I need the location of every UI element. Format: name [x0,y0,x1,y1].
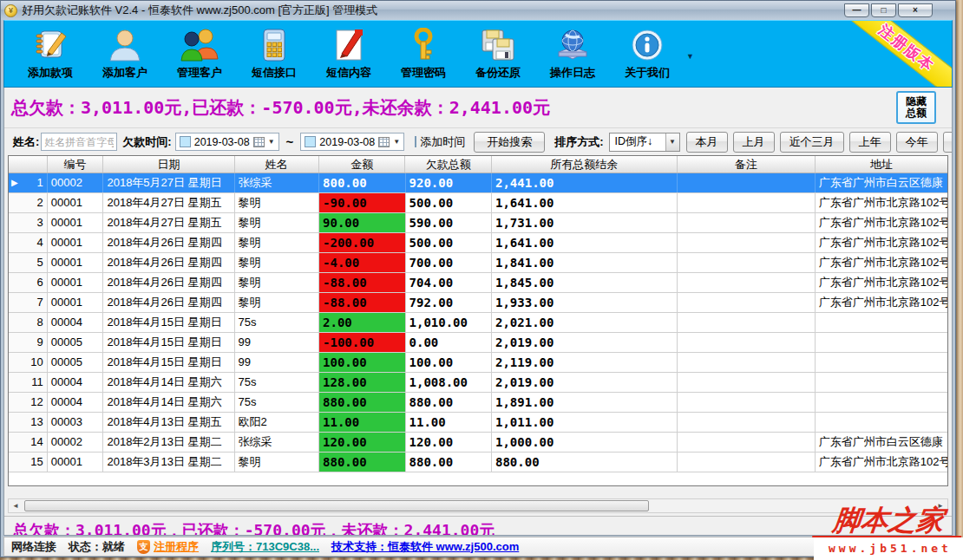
table-row[interactable]: 3000012018年4月27日 星期五黎明90.00590.001,731.0… [9,213,947,233]
header-address[interactable]: 地址 [816,156,947,173]
header-debt-total[interactable]: 欠款总额 [405,156,491,173]
add-payment-button[interactable]: 添加款项 [13,26,88,81]
table-row[interactable]: 4000012018年4月26日 星期四黎明-200.00500.001,641… [9,233,947,253]
chevron-down-icon[interactable]: ▼ [393,138,400,146]
cell-row-number: 9 [9,333,48,352]
horizontal-scrollbar[interactable]: ◄ ► [8,498,948,513]
cell-amount: -4.00 [319,253,405,272]
this-month-button[interactable]: 本月 [686,132,728,153]
header-date[interactable]: 日期 [103,156,234,173]
sort-order-select[interactable]: ID倒序↓ ▼ [609,133,680,152]
cell-debt-total: 704.00 [406,273,492,292]
date-from-picker[interactable]: 2019-03-08 ▼ [175,133,279,151]
bottom-summary-text: 总欠款：3,011.00元，已还款：-570.00元，未还款：2,441.00元 [13,520,943,536]
table-row[interactable]: ▶1000022018年5月27日 星期日张综采800.00920.002,44… [9,173,947,193]
header-name[interactable]: 姓名 [235,156,319,173]
cell-id: 00001 [48,193,104,212]
header-note[interactable]: 备注 [678,156,816,173]
table-row[interactable]: 14000022018年2月13日 星期二张综采120.00120.001,00… [9,433,947,453]
minimize-button[interactable]: — [844,3,869,17]
cell-id: 00005 [48,353,104,372]
table-row[interactable]: 2000012018年4月27日 星期五黎明-90.00500.001,641.… [9,193,947,213]
cell-date: 2018年5月27日 星期日 [103,173,234,192]
cell-name: 张综采 [235,433,319,452]
cell-amount: 800.00 [319,173,405,192]
cell-date: 2018年4月14日 星期六 [103,373,234,392]
cell-balance: 2,019.00 [492,373,678,392]
cell-balance: 2,021.00 [492,313,678,332]
cell-note [678,213,816,232]
last-month-button[interactable]: 上月 [733,132,775,153]
cell-date: 2018年4月14日 星期六 [103,393,234,412]
cell-id: 00003 [48,413,104,432]
manage-password-button[interactable]: 管理密码 [386,26,461,81]
client-area: 总欠款：3,011.00元,已还款：-570.00元,未还余款：2,441.00… [3,88,953,536]
toolbar-more-caret-icon[interactable]: ▼ [686,52,694,61]
table-row[interactable]: 13000032018年4月13日 星期五欧阳211.0011.001,011.… [9,413,947,433]
table-header-row: 编号 日期 姓名 金额 欠款总额 所有总额结余 备注 地址 [9,156,947,173]
date-to-picker[interactable]: 2019-03-08 ▼ [300,133,404,151]
operation-log-button[interactable]: 操作日志 [535,26,610,81]
cell-name: 99 [235,333,319,352]
header-row-marker[interactable] [9,156,48,173]
cell-date: 2018年3月13日 星期二 [103,453,234,472]
about-us-button[interactable]: 关于我们 [610,26,685,81]
date-to-checkbox[interactable] [305,136,316,147]
scrollbar-thumb[interactable] [24,500,649,511]
header-id[interactable]: 编号 [48,156,104,173]
status-bar: 网络连接 状态：就绪 支 注册程序 序列号：713C9C38... 技术支持：恒… [3,537,953,557]
toolbar-item-label: 操作日志 [535,65,610,81]
start-search-button[interactable]: 开始搜索 [474,132,545,153]
sms-api-button[interactable]: 短信接口 [237,26,311,81]
backup-restore-button[interactable]: 备份还原 [461,26,535,81]
table-row[interactable]: 12000042018年4月14日 星期六75s880.00880.001,89… [9,393,947,413]
cell-balance: 880.00 [492,453,678,472]
cell-id: 00004 [48,373,104,392]
cell-name: 黎明 [235,273,319,292]
notepad-pencil-icon [13,28,88,62]
cell-row-number: 13 [9,413,48,432]
last-year-button[interactable]: 上年 [849,132,891,153]
serial-number-link[interactable]: 序列号：713C9C38... [211,539,319,555]
tech-support-link[interactable]: 技术支持：恒泰软件 www.zj500.com [331,539,519,555]
table-row[interactable]: 6000012018年4月26日 星期四黎明-88.00704.001,845.… [9,273,947,293]
maximize-button[interactable]: □ [871,3,896,17]
name-search-input[interactable] [41,133,117,151]
this-year-button[interactable]: 今年 [896,132,938,153]
close-button[interactable]: × [898,3,933,17]
cell-address: 广东省广州市北京路102号 [816,193,947,212]
chevron-down-icon[interactable]: ▼ [268,138,275,146]
table-row[interactable]: 8000042018年4月15日 星期日75s2.001,010.002,021… [9,313,947,333]
register-program-link[interactable]: 注册程序 [154,539,199,555]
cell-date: 2018年4月15日 星期日 [103,333,234,352]
table-row[interactable]: 9000052018年4月15日 星期日99-100.000.002,019.0… [9,333,947,353]
header-balance[interactable]: 所有总额结余 [492,156,678,173]
cell-balance: 2,119.00 [492,353,678,372]
scroll-left-arrow-icon[interactable]: ◄ [9,499,23,512]
date-to-value: 2019-03-08 [319,136,375,148]
hide-total-button[interactable]: 隐藏总额 [896,91,936,124]
cell-id: 00004 [48,313,104,332]
manage-customers-button[interactable]: 管理客户 [162,26,237,81]
cell-date: 2018年4月15日 星期日 [103,353,234,372]
recent-three-months-button[interactable]: 近个三月 [780,132,844,153]
cell-row-number: 15 [9,453,48,472]
sms-content-button[interactable]: 短信内容 [311,26,386,81]
header-amount[interactable]: 金额 [319,156,405,173]
cell-amount: -88.00 [319,293,405,312]
date-from-checkbox[interactable] [180,136,191,147]
table-row[interactable]: 7000012018年4月26日 星期四黎明-88.00792.001,933.… [9,293,947,313]
cell-date: 2018年4月26日 星期四 [103,273,234,292]
table-row[interactable]: 15000012018年3月13日 星期二黎明880.00880.00880.0… [9,453,947,472]
print-list-button[interactable]: 打印当前列表 [943,132,953,153]
cell-address [816,373,947,392]
table-row[interactable]: 11000042018年4月14日 星期六75s128.001,008.002,… [9,373,947,393]
table-row[interactable]: 10000052018年4月15日 星期日99100.00100.002,119… [9,353,947,373]
cell-date: 2018年4月26日 星期四 [103,253,234,272]
add-time-checkbox[interactable] [415,136,416,147]
add-customer-button[interactable]: 添加客户 [88,26,162,81]
cell-date: 2018年4月26日 星期四 [103,233,234,252]
cell-note [678,373,816,392]
table-row[interactable]: 5000012018年4月26日 星期四黎明-4.00700.001,841.0… [9,253,947,273]
toolbar-item-label: 管理密码 [386,65,461,81]
